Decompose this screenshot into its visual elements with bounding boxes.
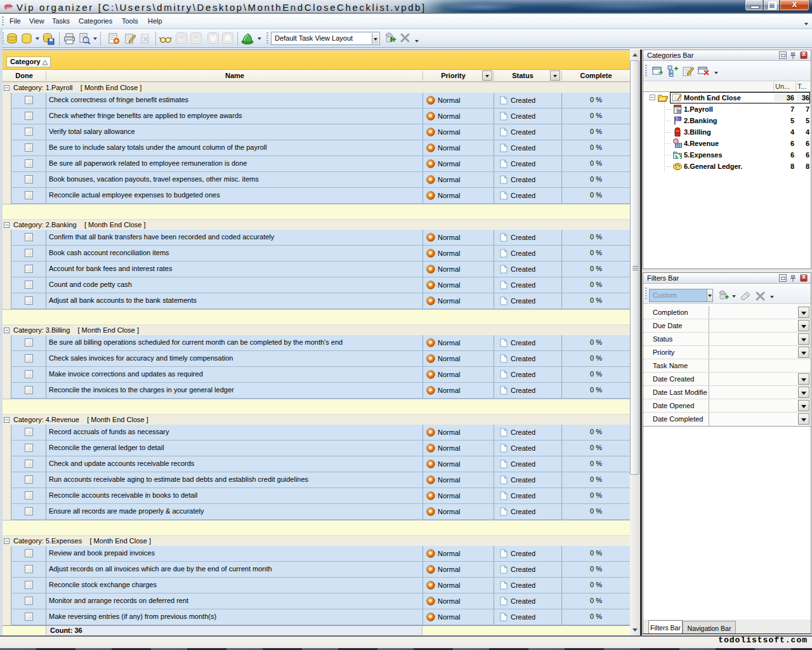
svg-text:5: 5: [678, 110, 680, 114]
